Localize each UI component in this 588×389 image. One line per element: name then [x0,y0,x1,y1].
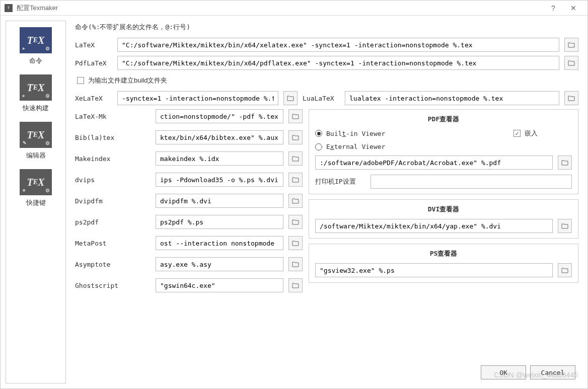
metapost-input[interactable] [156,236,283,250]
folder-icon [561,223,568,229]
sidebar-item-editor[interactable]: TEX✎⚙ 编辑器 [20,122,52,160]
sidebar-item-shortcuts[interactable]: TEX⎆⚙ 快捷键 [20,169,52,207]
ok-button[interactable]: OK [481,365,526,379]
pdf-viewer-title: PDF查看器 [315,115,572,124]
browse-button[interactable] [564,56,578,70]
folder-icon [292,282,299,288]
folder-icon [568,42,575,48]
dvi-viewer-title: DVI查看器 [315,205,572,214]
browse-button[interactable] [558,219,572,233]
sidebar-item-commands[interactable]: TEX▸⚙ 命令 [20,27,52,65]
pdf-viewer-path-input[interactable] [315,155,553,170]
folder-icon [292,219,299,225]
folder-icon [568,60,575,66]
browse-button[interactable] [288,173,303,187]
folder-icon [292,155,299,162]
hint-text: 命令(%:不带扩展名的文件名，@:行号) [71,21,582,34]
dvi-viewer-group: DVI查看器 [309,199,578,239]
folder-icon [568,95,575,101]
cmd-label: Makeindex [75,155,151,163]
browse-button[interactable] [288,257,303,271]
ps-viewer-group: PS查看器 [309,244,578,283]
bibtex-input[interactable] [156,130,283,144]
tex-icon: TEX✎⚙ [20,122,52,148]
app-icon: T [5,4,13,12]
ps2pdf-input[interactable] [156,215,283,229]
help-button[interactable]: ? [543,1,563,15]
pdflatex-input[interactable] [117,56,559,70]
browse-button[interactable] [288,194,303,208]
config-dialog: T 配置Texmaker ? ✕ TEX▸⚙ 命令 TEX▸⚙ 快速构建 TEX… [0,0,588,389]
cmd-label: dvips [75,176,151,184]
build-folder-row: 为输出文件建立build文件夹 [71,74,582,87]
browse-button[interactable] [288,236,303,250]
dialog-buttons: OK Cancel [71,361,582,383]
latex-label: LaTeX [75,41,112,49]
cmd-label: ps2pdf [75,218,151,226]
tex-icon: TEX▸⚙ [20,27,52,53]
cmd-label: Dvipdfm [75,197,151,205]
builtin-viewer-radio[interactable] [315,130,322,137]
folder-icon [292,240,299,246]
sidebar-item-label: 编辑器 [26,151,46,160]
lualatex-label: LuaLaTeX [303,95,340,102]
external-viewer-radio[interactable] [315,143,322,150]
latex-input[interactable] [117,38,559,52]
lualatex-input[interactable] [345,91,559,105]
browse-button[interactable] [288,130,303,144]
browse-button[interactable] [558,263,572,277]
sidebar: TEX▸⚙ 命令 TEX▸⚙ 快速构建 TEX✎⚙ 编辑器 TEX⎆⚙ 快捷键 [6,21,66,383]
folder-icon [292,177,299,183]
pdflatex-row: PdfLaTeX [71,56,582,70]
close-button[interactable]: ✕ [563,1,583,15]
dvi-viewer-path-input[interactable] [315,219,553,233]
window-title: 配置Texmaker [17,4,543,13]
browse-button[interactable] [564,91,578,105]
folder-icon [292,261,299,267]
browse-button[interactable] [564,38,578,52]
browse-button[interactable] [288,215,303,229]
pdflatex-label: PdfLaTeX [75,59,112,67]
titlebar: T 配置Texmaker ? ✕ [1,1,587,16]
builtin-viewer-label: Built-in Viewer [326,130,385,137]
ps-viewer-title: PS查看器 [315,249,572,258]
xelatex-lualatex-row: XeLaTeX LuaLaTeX [71,91,582,105]
browse-button[interactable] [558,155,572,170]
embed-label: 嵌入 [525,129,538,138]
build-folder-label: 为输出文件建立build文件夹 [88,76,167,85]
folder-icon [292,198,299,204]
folder-icon [561,160,568,166]
makeindex-input[interactable] [156,151,283,166]
ghostscript-input[interactable] [156,278,283,292]
printer-ip-label: 打印机IP设置 [315,177,365,186]
browse-button[interactable] [288,278,303,292]
browse-button[interactable] [288,151,303,166]
cmd-label: Ghostscript [75,282,151,289]
browse-button[interactable] [283,91,298,105]
dvipdfm-input[interactable] [156,194,283,208]
embed-checkbox[interactable]: ✓ [513,130,521,137]
printer-ip-input[interactable] [371,175,572,189]
folder-icon [287,95,294,101]
build-folder-checkbox[interactable] [77,77,84,84]
cancel-button[interactable]: Cancel [530,365,575,379]
left-column: LaTeX-Mk Bib(la)tex Makeindex dvips Dvip… [75,109,303,357]
dvips-input[interactable] [156,173,283,187]
asymptote-input[interactable] [156,257,283,271]
tex-icon: TEX⎆⚙ [20,169,52,195]
ps-viewer-path-input[interactable] [315,263,553,277]
sidebar-item-label: 快捷键 [26,198,46,207]
browse-button[interactable] [288,109,303,123]
main-panel: 命令(%:不带扩展名的文件名，@:行号) LaTeX PdfLaTeX 为输出文… [71,21,582,383]
xelatex-input[interactable] [117,91,278,105]
folder-icon [292,113,299,119]
cmd-label: LaTeX-Mk [75,113,151,120]
latex-row: LaTeX [71,38,582,52]
sidebar-item-quickbuild[interactable]: TEX▸⚙ 快速构建 [20,74,52,113]
latexmk-input[interactable] [156,109,283,123]
right-column: PDF查看器 Built-in Viewer ✓ 嵌入 External Vie… [309,109,578,357]
pdf-viewer-group: PDF查看器 Built-in Viewer ✓ 嵌入 External Vie… [309,109,578,194]
tex-icon: TEX▸⚙ [20,74,52,101]
external-viewer-label: External Viewer [326,143,385,150]
sidebar-item-label: 命令 [29,56,42,65]
